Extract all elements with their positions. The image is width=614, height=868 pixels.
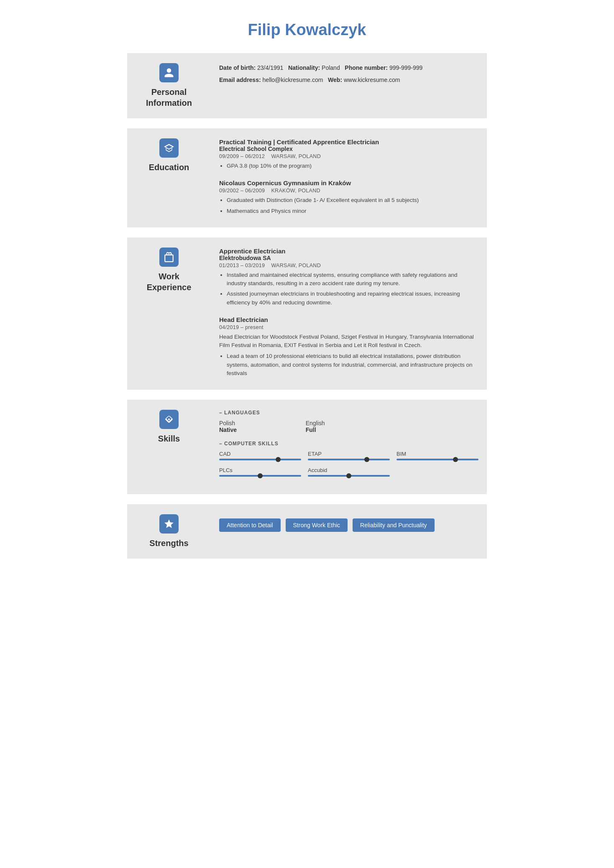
work-entry: Head Electrician04/2019 – presentHead El…	[219, 316, 478, 378]
phone-value: 999-999-999	[389, 64, 422, 71]
phone-label: Phone number:	[345, 64, 388, 71]
skill-bar-item: ETAP	[308, 451, 390, 460]
web-label: Web:	[328, 77, 342, 83]
work-entry: Apprentice ElectricianElektrobudowa SA01…	[219, 248, 478, 307]
web-value: www.kickresume.com	[344, 77, 400, 83]
nationality-label: Nationality:	[288, 64, 320, 71]
entry-meta: 09/2002 – 06/2009 KRAKÓW, POLAND	[219, 188, 478, 194]
skill-bar-dot	[364, 457, 369, 462]
computer-skills-title: – COMPUTER SKILLS	[219, 441, 478, 447]
skills-label: Skills	[158, 433, 180, 444]
entry-meta: 04/2019 – present	[219, 324, 478, 330]
skills-bars-grid: CAD ETAP BIM PLCs Accubid	[219, 451, 478, 477]
skill-bar-label: CAD	[219, 451, 301, 457]
email-label: Email address:	[219, 77, 261, 83]
skill-bar-track	[397, 459, 478, 460]
entry-title: Head Electrician	[219, 316, 478, 323]
language-item: Polish Native	[219, 420, 306, 433]
strengths-section-left: Strengths	[136, 514, 211, 549]
skills-section: Skills – LANGUAGES Polish Native English…	[127, 400, 487, 494]
skill-bar-dot	[346, 473, 351, 478]
skill-bar-label: Accubid	[308, 467, 390, 473]
strength-tag: Attention to Detail	[219, 518, 281, 532]
strengths-section: Strengths Attention to DetailStrong Work…	[127, 504, 487, 559]
lang-level: Full	[306, 426, 316, 433]
resume-header: Filip Kowalczyk	[127, 8, 487, 47]
personal-content: Date of birth: 23/4/1991 Nationality: Po…	[211, 63, 478, 87]
skill-bar-item: PLCs	[219, 467, 301, 477]
skill-bar-dot	[276, 457, 281, 462]
skill-bar-item: CAD	[219, 451, 301, 460]
entry-org: Elektrobudowa SA	[219, 255, 478, 261]
entry-bullets: Installed and maintained electrical syst…	[227, 271, 478, 307]
skill-bar-label: PLCs	[219, 467, 301, 473]
entry-bullet: Installed and maintained electrical syst…	[227, 271, 478, 288]
languages-grid: Polish Native English Full	[219, 420, 478, 433]
work-section-left: Work Experience	[136, 248, 211, 293]
entry-bullet: Lead a team of 10 professional eletricia…	[227, 352, 478, 378]
entry-bullets: Graduated with Distinction (Grade 1- A/ …	[227, 196, 478, 215]
education-icon	[159, 138, 179, 158]
candidate-name: Filip Kowalczyk	[127, 21, 487, 39]
personal-icon	[159, 63, 179, 82]
personal-section: PersonalInformation Date of birth: 23/4/…	[127, 53, 487, 118]
entry-meta: 01/2013 – 03/2019 WARSAW, POLAND	[219, 263, 478, 268]
languages-title: – LANGUAGES	[219, 410, 478, 416]
entry-bullet: GPA 3.8 (top 10% of the program)	[227, 162, 478, 170]
skill-bar-item: BIM	[397, 451, 478, 460]
skill-bar-label: BIM	[397, 451, 478, 457]
computer-skills-block: – COMPUTER SKILLS CAD ETAP BIM PLCs Accu…	[219, 441, 478, 477]
language-item: English Full	[306, 420, 392, 433]
entry-meta: 09/2009 – 06/2012 WARSAW, POLAND	[219, 153, 478, 159]
skill-bar-label: ETAP	[308, 451, 390, 457]
entry-bullet: Graduated with Distinction (Grade 1- A/ …	[227, 196, 478, 204]
skill-bar-track	[308, 475, 390, 477]
work-section: Work Experience Apprentice ElectricianEl…	[127, 237, 487, 390]
nationality-value: Poland	[322, 64, 340, 71]
education-label: Education	[149, 162, 189, 173]
entry-title: Practical Training | Certificated Appren…	[219, 138, 478, 146]
languages-block: – LANGUAGES Polish Native English Full	[219, 410, 478, 433]
work-label: Work Experience	[136, 271, 202, 293]
personal-section-left: PersonalInformation	[136, 63, 211, 108]
svg-point-0	[168, 419, 170, 420]
strengths-label: Strengths	[149, 538, 188, 549]
education-entry: Nicolaus Copernicus Gymnasium in Kraków0…	[219, 179, 478, 215]
skills-icon	[159, 410, 179, 429]
skill-bar-dot	[453, 457, 458, 462]
strengths-icon	[159, 514, 179, 534]
education-entry: Practical Training | Certificated Appren…	[219, 138, 478, 170]
entry-bullets: GPA 3.8 (top 10% of the program)	[227, 162, 478, 170]
entry-title: Apprentice Electrician	[219, 248, 478, 255]
entry-desc: Head Electrician for Woodstock Festival …	[219, 333, 478, 350]
strength-tag: Strong Work Ethic	[286, 518, 348, 532]
email-value: hello@kickresume.com	[263, 77, 323, 83]
strength-tag: Reliability and Punctuality	[353, 518, 435, 532]
strengths-content: Attention to DetailStrong Work EthicReli…	[211, 514, 478, 532]
personal-label: PersonalInformation	[146, 87, 192, 108]
dob-label: Date of birth:	[219, 64, 256, 71]
work-content: Apprentice ElectricianElektrobudowa SA01…	[211, 248, 478, 380]
entry-org: Electrical School Complex	[219, 146, 478, 152]
entry-bullet: Assisted journeyman electricians in trou…	[227, 290, 478, 307]
lang-name: Polish	[219, 420, 235, 426]
education-content: Practical Training | Certificated Appren…	[211, 138, 478, 217]
lang-name: English	[306, 420, 325, 426]
skill-bar-item: Accubid	[308, 467, 390, 477]
strengths-tags: Attention to DetailStrong Work EthicReli…	[219, 518, 478, 532]
lang-level: Native	[219, 426, 237, 433]
skill-bar-dot	[258, 473, 263, 478]
work-icon	[159, 248, 179, 267]
skill-bar-track	[219, 459, 301, 460]
education-section: Education Practical Training | Certifica…	[127, 128, 487, 227]
skills-content: – LANGUAGES Polish Native English Full –…	[211, 410, 478, 484]
skill-bar-track	[308, 459, 390, 460]
skill-bar-track	[219, 475, 301, 477]
dob-value: 23/4/1991	[257, 64, 283, 71]
skills-section-left: Skills	[136, 410, 211, 444]
entry-bullets: Lead a team of 10 professional eletricia…	[227, 352, 478, 378]
entry-title: Nicolaus Copernicus Gymnasium in Kraków	[219, 179, 478, 186]
entry-bullet: Mathematics and Physics minor	[227, 207, 478, 215]
education-section-left: Education	[136, 138, 211, 173]
